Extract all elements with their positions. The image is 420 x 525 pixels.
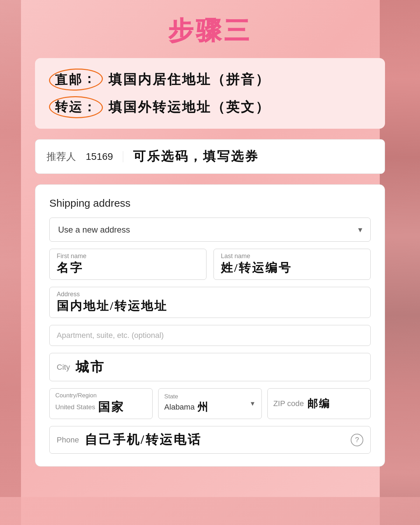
instructions-section: 直邮： 填国内居住地址（拼音） 转运： 填国外转运地址（英文）: [35, 58, 385, 129]
state-hint: 州: [197, 400, 209, 414]
country-state-zip-row: Country/Region United States 国家 State Al…: [49, 388, 371, 419]
shipping-title: Shipping address: [49, 197, 371, 209]
city-label: City: [57, 363, 70, 372]
last-name-wrapper[interactable]: Last name 姓/转运编号: [214, 249, 371, 280]
left-decoration: [0, 0, 21, 525]
address-field[interactable]: Address 国内地址/转运地址: [49, 287, 371, 318]
country-top-label: Country/Region: [55, 392, 147, 399]
phone-help-icon[interactable]: ?: [351, 434, 363, 446]
first-name-wrapper[interactable]: First name 名字: [49, 249, 206, 280]
city-hint: 城市: [76, 358, 105, 376]
name-row: First name 名字 Last name 姓/转运编号: [49, 249, 371, 280]
zip-label: ZIP code: [273, 399, 304, 408]
referral-section: 推荐人 15169 可乐选码，填写选券: [35, 139, 385, 174]
instruction-row-2: 转运： 填国外转运地址（英文）: [49, 96, 371, 118]
country-sub-label: United States: [55, 403, 95, 411]
last-name-label: Last name: [221, 253, 363, 260]
state-current: Alabama: [164, 403, 195, 412]
step-title-section: 步骤三: [35, 14, 385, 48]
city-input-wrapper: City 城市: [49, 353, 371, 381]
shipping-section: Shipping address Use a new address ▼ Fir…: [35, 184, 385, 467]
bottom-decoration: [0, 497, 420, 525]
last-name-hint: 姓/转运编号: [221, 260, 363, 276]
address-label: Address: [57, 291, 363, 298]
first-name-label: First name: [57, 253, 199, 260]
apartment-placeholder: Apartment, suite, etc. (optional): [57, 331, 164, 340]
state-field[interactable]: State Alabama 州 ▼: [158, 388, 261, 419]
zip-hint: 邮编: [307, 397, 330, 411]
first-name-field: First name 名字: [49, 249, 206, 280]
state-dropdown-icon: ▼: [250, 400, 256, 407]
phone-left: Phone 自己手机/转运电话: [57, 431, 202, 448]
forwarding-label: 转运：: [49, 96, 103, 119]
zip-field[interactable]: ZIP code 邮编: [267, 388, 371, 419]
main-container: 步骤三 直邮： 填国内居住地址（拼音） 转运： 填国外转运地址（英文） 推荐人 …: [35, 0, 385, 467]
phone-label: Phone: [57, 435, 79, 445]
last-name-field: Last name 姓/转运编号: [214, 249, 371, 280]
address-select[interactable]: Use a new address: [49, 218, 371, 242]
address-select-wrapper[interactable]: Use a new address ▼: [49, 218, 371, 242]
phone-field[interactable]: Phone 自己手机/转运电话 ?: [49, 426, 371, 454]
referral-code: 15169: [86, 151, 123, 162]
referral-label: 推荐人: [47, 150, 76, 163]
address-hint: 国内地址/转运地址: [57, 298, 363, 314]
first-name-hint: 名字: [57, 260, 199, 276]
referral-hint: 可乐选码，填写选券: [133, 148, 259, 165]
country-field[interactable]: Country/Region United States 国家: [49, 388, 153, 419]
direct-mail-label: 直邮：: [49, 68, 103, 91]
state-value-row: Alabama 州: [164, 400, 209, 414]
step-title-text: 步骤三: [168, 17, 252, 45]
instruction-row-1: 直邮： 填国内居住地址（拼音）: [49, 69, 371, 91]
country-label-block: Country/Region United States 国家: [55, 392, 147, 415]
right-decoration: [380, 0, 420, 525]
state-inner: State Alabama 州: [164, 393, 209, 414]
city-field[interactable]: City 城市: [49, 353, 371, 381]
apartment-field[interactable]: Apartment, suite, etc. (optional): [49, 325, 371, 346]
country-hint: 国家: [98, 399, 125, 415]
phone-hint: 自己手机/转运电话: [85, 431, 202, 448]
state-label: State: [164, 393, 209, 400]
